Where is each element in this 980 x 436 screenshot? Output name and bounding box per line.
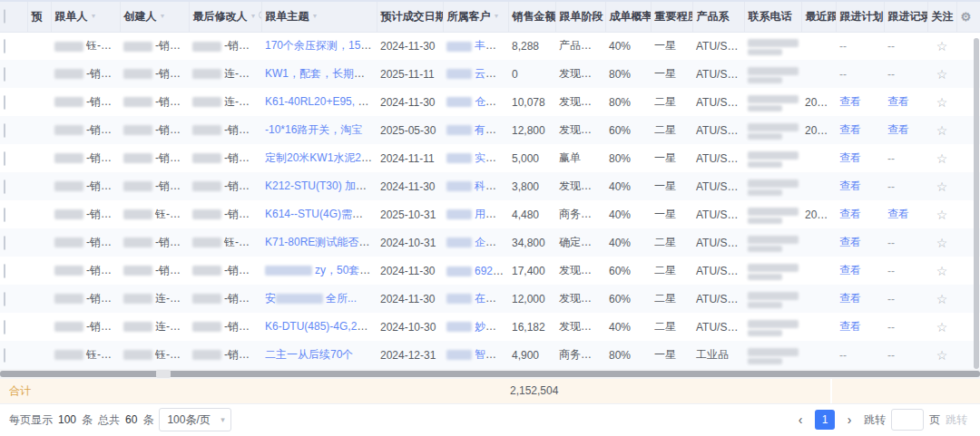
gear-icon[interactable]: ⚙ [961, 10, 972, 24]
filter-icon[interactable]: ▼ [494, 13, 500, 19]
column-header-customer[interactable]: 所属客户▼ [443, 2, 508, 32]
row-checkbox[interactable] [4, 320, 5, 334]
view-link[interactable]: 查看 [887, 208, 909, 220]
customer-link[interactable]: 实业... [475, 151, 505, 164]
cell-importance: 一星 [651, 200, 692, 228]
customer-link[interactable]: 云信息... [475, 67, 508, 80]
filter-icon[interactable]: ▼ [312, 13, 318, 19]
row-checkbox[interactable] [4, 348, 5, 363]
customer-link[interactable]: 科技... [475, 179, 505, 192]
view-link[interactable]: 查看 [839, 208, 861, 220]
view-link[interactable]: 查看 [839, 264, 861, 276]
view-link[interactable]: 查看 [839, 179, 861, 192]
star-icon[interactable]: ☆ [931, 236, 953, 250]
cell-probability: 40% [605, 32, 651, 60]
subject-link[interactable]: KW1，配套，长期供应， [265, 67, 377, 80]
vertical-scrollbar[interactable] [974, 38, 979, 369]
column-header-date[interactable]: 预计成交日期▼ [377, 2, 443, 32]
column-header-modifier[interactable]: 最后修改人▼ [189, 2, 261, 32]
view-link[interactable]: 查看 [839, 123, 861, 136]
column-header-probability[interactable]: 成单概率▼ [605, 2, 651, 32]
star-icon[interactable]: ☆ [931, 151, 953, 166]
view-link[interactable]: 查看 [839, 151, 861, 164]
row-checkbox[interactable] [4, 264, 5, 278]
subject-link[interactable]: K212-STU(T30) 加电源=380/... [265, 179, 377, 192]
subject-link[interactable]: K71-80RE测试能否使用 [265, 236, 377, 248]
view-link[interactable]: 查看 [839, 320, 861, 333]
empty-value: -- [887, 180, 895, 193]
horizontal-scrollbar-thumb[interactable] [0, 371, 980, 377]
subject-link[interactable]: 定制20米KW1水泥2周后发货，... [265, 151, 377, 164]
customer-link[interactable]: 智能... [475, 348, 505, 361]
cell-modifier: -销售经理 [189, 285, 261, 313]
redacted-text [54, 181, 83, 191]
customer-link[interactable]: 6925436,... [475, 265, 508, 277]
filter-icon[interactable]: ▼ [160, 13, 166, 19]
star-icon[interactable]: ☆ [931, 292, 953, 306]
subject-link[interactable]: 二主一从后续70个 [265, 348, 353, 361]
row-checkbox[interactable] [4, 208, 5, 222]
view-link[interactable]: 查看 [839, 95, 861, 108]
person-name-suffix: -销售经理 [155, 151, 189, 164]
customer-link[interactable]: 妙电... [475, 320, 505, 333]
customer-link[interactable]: 企科技... [475, 236, 508, 248]
star-icon[interactable]: ☆ [931, 179, 953, 194]
filter-icon[interactable]: ▼ [91, 13, 97, 19]
customer-link[interactable]: 丰新能... [475, 39, 508, 52]
cell-text: 4,480 [512, 208, 539, 221]
view-link[interactable]: 查看 [839, 292, 861, 305]
current-page-button[interactable]: 1 [815, 410, 835, 430]
redacted-text [123, 153, 152, 163]
row-checkbox[interactable] [4, 179, 5, 194]
subject-link[interactable]: -10*16路开关，淘宝 [265, 123, 362, 136]
row-checkbox[interactable] [4, 151, 5, 166]
next-page-button[interactable]: › [840, 410, 858, 430]
horizontal-scrollbar[interactable] [0, 369, 980, 379]
row-checkbox[interactable] [4, 95, 5, 110]
page-size-select[interactable]: 100条/页 ▾ [159, 408, 230, 431]
column-header-product: 产品系 [692, 2, 744, 32]
row-checkbox[interactable] [4, 39, 5, 53]
customer-link[interactable]: 用数控... [475, 208, 508, 220]
subject-link[interactable]: zy，50套 co... [315, 264, 377, 276]
row-checkbox[interactable] [4, 292, 5, 306]
row-checkbox[interactable] [4, 236, 5, 250]
jump-button[interactable]: 跳转 [946, 412, 967, 428]
star-icon[interactable]: ☆ [931, 264, 953, 278]
cell-recent [801, 285, 836, 313]
view-link[interactable]: 查看 [887, 123, 909, 136]
view-link[interactable]: 查看 [887, 95, 909, 108]
customer-link[interactable]: 仓储... [475, 95, 505, 108]
prev-page-button[interactable]: ‹ [791, 410, 809, 430]
column-header-select[interactable] [0, 2, 27, 32]
subject-link[interactable]: 170个余压探测，15个控制 [265, 39, 377, 52]
column-header-creator[interactable]: 创建人▼ [120, 2, 189, 32]
star-icon[interactable]: ☆ [931, 95, 953, 110]
row-checkbox[interactable] [4, 123, 5, 138]
star-icon[interactable]: ☆ [931, 208, 953, 222]
star-icon[interactable]: ☆ [931, 67, 953, 82]
column-header-follower[interactable]: 跟单人▼ [51, 2, 120, 32]
jump-page-input[interactable] [891, 409, 924, 431]
view-link[interactable]: 查看 [839, 236, 861, 248]
customer-link[interactable]: 在电子... [475, 292, 508, 305]
filter-icon[interactable]: ▼ [250, 13, 257, 19]
subject-link[interactable]: K614--STU(4G)需求有10套 [265, 208, 377, 220]
column-header-amount[interactable]: 销售金额▼ [508, 2, 555, 32]
subject-link[interactable]: K6-DTU(485)-4G,29套，558, ... [265, 320, 377, 333]
row-checkbox[interactable] [4, 67, 5, 82]
subject-link[interactable]: 全所... [326, 292, 357, 305]
star-icon[interactable]: ☆ [931, 320, 953, 334]
column-header-subject[interactable]: 跟单主题▼ [261, 2, 377, 32]
cell-text: 一星 [654, 151, 676, 164]
customer-link[interactable]: 有限... [475, 123, 505, 136]
star-icon[interactable]: ☆ [931, 39, 953, 53]
column-header-settings[interactable]: ⚙ [956, 2, 980, 32]
column-header-stage[interactable]: 跟单阶段▼ [555, 2, 605, 32]
star-icon[interactable]: ☆ [931, 123, 953, 138]
per-page-count: 100 [58, 413, 76, 426]
select-all-checkbox[interactable] [4, 9, 5, 24]
subject-link[interactable]: K61-40RL20+E95, 可能要44个... [265, 95, 377, 108]
column-header-label: 产品系 [697, 10, 730, 23]
star-icon[interactable]: ☆ [931, 348, 953, 363]
